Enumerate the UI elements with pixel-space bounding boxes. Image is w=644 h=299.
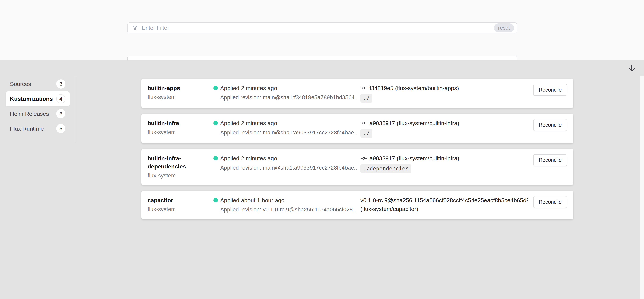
kustomization-namespace: flux-system [148,93,210,101]
ref-text: a9033917 (flux-system/builtin-infra) [370,120,459,127]
git-commit-icon [360,155,367,162]
sidebar-item-sources[interactable]: Sources 3 [6,76,70,91]
sidebar-item-label: Helm Releases [10,110,49,117]
ref-text: a9033917 (flux-system/builtin-infra) [370,155,459,162]
arrow-down-icon [627,63,636,73]
name-column: builtin-apps flux-system [148,84,214,101]
applied-revision: Applied revision: main@sha1:f34819e5a789… [220,93,357,101]
kustomization-name: builtin-apps [148,84,210,92]
sidebar-item-count-badge: 5 [56,124,66,133]
status-text: Applied 2 minutes ago [220,120,277,127]
revision-column: v0.1.0-rc.9@sha256:1154a066cf028ccff4c54… [360,196,533,213]
sidebar-item-label: Flux Runtime [10,125,44,132]
sidebar-item-flux-runtime[interactable]: Flux Runtime 5 [6,121,70,136]
sidebar-item-label: Sources [10,81,31,87]
sidebar-item-count-badge: 4 [56,94,66,103]
kustomization-namespace: flux-system [148,205,210,213]
sidebar-item-count-badge: 3 [56,79,66,88]
applied-revision: Applied revision: v0.1.0-rc.9@sha256:115… [220,206,357,214]
kustomization-card: builtin-infra-dependencies flux-system A… [141,149,573,185]
status-text: Applied 2 minutes ago [220,155,277,162]
status-column: Applied about 1 hour ago Applied revisio… [214,196,360,214]
status-dot [214,86,218,90]
reconcile-button[interactable]: Reconcile [533,84,567,96]
applied-revision: Applied revision: main@sha1:a9033917cc27… [220,129,357,137]
name-column: builtin-infra flux-system [148,119,214,136]
name-column: builtin-infra-dependencies flux-system [148,154,214,180]
status-column: Applied 2 minutes ago Applied revision: … [214,154,360,172]
panel-sidebar: Sources 3 Kustomizations 4 Helm Releases… [6,76,70,136]
filter-funnel-icon [132,25,138,31]
kustomization-namespace: flux-system [148,128,210,136]
status-dot [214,198,218,202]
reconcile-button[interactable]: Reconcile [533,119,567,131]
kustomization-name: builtin-infra-dependencies [148,154,210,170]
git-commit-icon [360,85,367,91]
kustomization-name: capacitor [148,196,210,204]
kustomization-namespace: flux-system [148,171,210,180]
sidebar-divider [76,77,76,143]
git-commit-icon [360,120,367,127]
reconcile-button[interactable]: Reconcile [533,196,567,208]
revision-column: a9033917 (flux-system/builtin-infra) ./d… [360,154,533,173]
applied-revision: Applied revision: main@sha1:a9033917cc27… [220,164,357,172]
sidebar-item-kustomizations[interactable]: Kustomizations 4 [6,91,70,106]
kustomization-card: capacitor flux-system Applied about 1 ho… [141,191,573,219]
revision-column: f34819e5 (flux-system/builtin-apps) ./ [360,84,533,102]
kustomization-card: builtin-apps flux-system Applied 2 minut… [141,78,573,108]
sidebar-item-count-badge: 3 [56,109,66,118]
sidebar-item-helm-releases[interactable]: Helm Releases 3 [6,106,70,121]
sidebar-item-label: Kustomizations [10,96,53,102]
path-badge: ./ [360,129,372,138]
scrollbar-track[interactable] [640,75,644,299]
filter-input[interactable] [142,25,494,31]
status-text: Applied about 1 hour ago [220,197,284,204]
ref-suffix: (flux-system/capacitor) [360,205,528,213]
ref-text: v0.1.0-rc.9@sha256:1154a066cf028ccff4c54… [360,197,528,204]
status-column: Applied 2 minutes ago Applied revision: … [214,84,360,101]
collapse-panel-button[interactable] [627,63,636,73]
reconcile-button[interactable]: Reconcile [533,154,567,166]
kustomization-list: builtin-apps flux-system Applied 2 minut… [141,78,573,219]
status-dot [214,121,218,125]
name-column: capacitor flux-system [148,196,214,213]
reset-button[interactable]: reset [494,23,514,32]
kustomization-card: builtin-infra flux-system Applied 2 minu… [141,113,573,143]
ref-text: f34819e5 (flux-system/builtin-apps) [370,85,459,91]
filter-bar: reset [127,22,517,33]
status-text: Applied 2 minutes ago [220,85,277,91]
flux-panel: Sources 3 Kustomizations 4 Helm Releases… [0,60,644,299]
kustomization-name: builtin-infra [148,119,210,127]
status-column: Applied 2 minutes ago Applied revision: … [214,119,360,137]
path-badge: ./dependencies [360,164,412,173]
status-dot [214,156,218,160]
path-badge: ./ [360,94,372,102]
revision-column: a9033917 (flux-system/builtin-infra) ./ [360,119,533,138]
